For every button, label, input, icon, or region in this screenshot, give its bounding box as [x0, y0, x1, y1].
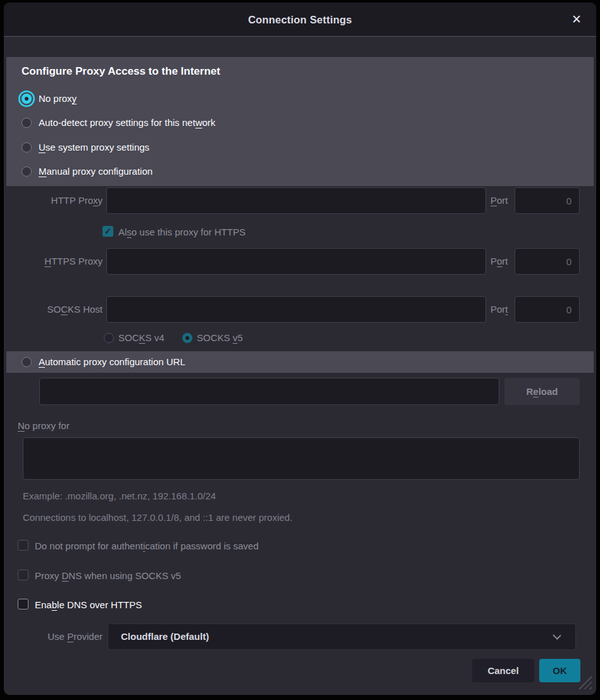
- socks-port-input[interactable]: [515, 296, 580, 323]
- doh-provider-value: Cloudflare (Default): [121, 631, 209, 642]
- no-proxy-example-text: Example: .mozilla.org, .net.nz, 192.168.…: [23, 491, 216, 501]
- radio-socks-v5[interactable]: [182, 333, 192, 343]
- http-proxy-input[interactable]: [106, 187, 486, 214]
- radio-manual-proxy[interactable]: [22, 166, 32, 177]
- titlebar: Connection Settings ✕: [4, 3, 596, 37]
- socks-host-input[interactable]: [106, 296, 486, 323]
- no-proxy-for-textarea[interactable]: [23, 437, 580, 480]
- use-provider-label: Use Provider: [4, 623, 103, 650]
- autoconfig-label[interactable]: Automatic proxy configuration URL: [39, 356, 185, 367]
- proxy-dns-socks5-label[interactable]: Proxy DNS when using SOCKS v5: [35, 570, 181, 581]
- socks-port-label: Port: [491, 296, 508, 323]
- enable-doh-checkbox[interactable]: [18, 599, 28, 609]
- chevron-down-icon: [553, 631, 561, 639]
- socks-host-label: SOCKS Host: [4, 296, 103, 323]
- also-https-label[interactable]: Also use this proxy for HTTPS: [118, 227, 246, 237]
- radio-auto-detect[interactable]: [22, 118, 32, 128]
- autoconfig-row[interactable]: Automatic proxy configuration URL: [6, 351, 594, 373]
- radio-socks-v4[interactable]: [104, 333, 114, 343]
- socks-v5-label[interactable]: SOCKS v5: [197, 332, 243, 343]
- cancel-button[interactable]: Cancel: [472, 659, 534, 682]
- localhost-note-text: Connections to localhost, 127.0.0.1/8, a…: [23, 512, 292, 523]
- https-proxy-label: HTTPS Proxy: [4, 248, 103, 275]
- http-port-label: Port: [491, 187, 508, 214]
- connection-settings-dialog: Connection Settings ✕ Configure Proxy Ac…: [4, 3, 596, 695]
- radio-label[interactable]: No proxy: [39, 93, 77, 104]
- ok-button[interactable]: OK: [539, 659, 580, 682]
- check-icon: ✓: [104, 226, 112, 236]
- reload-button[interactable]: Reload: [504, 378, 580, 405]
- no-proxy-for-label: No proxy for: [18, 420, 70, 431]
- enable-doh-label[interactable]: Enable DNS over HTTPS: [35, 599, 142, 610]
- http-proxy-label: HTTP Proxy: [4, 187, 103, 214]
- no-auth-prompt-label[interactable]: Do not prompt for authentication if pass…: [35, 541, 259, 551]
- proxy-mode-section: Configure Proxy Access to the Internet N…: [6, 57, 594, 186]
- socks-v4-label[interactable]: SOCKS v4: [118, 332, 165, 343]
- close-icon[interactable]: ✕: [568, 11, 585, 28]
- radio-label[interactable]: Auto-detect proxy settings for this netw…: [39, 117, 215, 128]
- https-port-input[interactable]: [515, 248, 580, 275]
- radio-system-proxy[interactable]: [22, 142, 32, 153]
- radio-label[interactable]: Manual proxy configuration: [39, 166, 153, 177]
- also-https-checkbox[interactable]: ✓: [103, 226, 113, 237]
- radio-label[interactable]: Use system proxy settings: [39, 142, 149, 153]
- dialog-title: Connection Settings: [4, 3, 596, 37]
- autoconfig-url-input[interactable]: [39, 378, 499, 405]
- proxy-dns-socks5-checkbox[interactable]: [18, 570, 28, 580]
- https-proxy-input[interactable]: [106, 248, 486, 275]
- radio-no-proxy[interactable]: [22, 94, 32, 104]
- radio-autoconfig-url[interactable]: [22, 357, 32, 367]
- no-auth-prompt-checkbox[interactable]: [18, 540, 28, 551]
- doh-provider-select[interactable]: Cloudflare (Default): [108, 623, 576, 650]
- section-heading: Configure Proxy Access to the Internet: [22, 65, 220, 78]
- https-port-label: Port: [491, 248, 508, 275]
- http-port-input[interactable]: [515, 187, 580, 214]
